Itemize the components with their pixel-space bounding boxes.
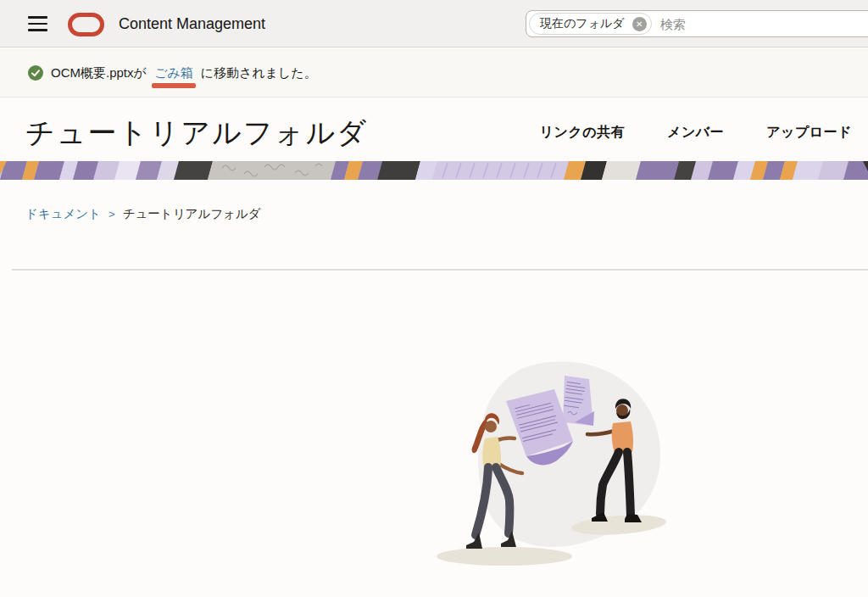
- trash-link[interactable]: ごみ箱: [154, 65, 193, 81]
- members-button[interactable]: メンバー: [667, 124, 724, 142]
- search-filter-chip[interactable]: 現在のフォルダ ✕: [529, 13, 652, 35]
- clear-filter-icon[interactable]: ✕: [632, 17, 647, 31]
- share-link-button[interactable]: リンクの共有: [540, 124, 626, 142]
- top-bar: Content Management 現在のフォルダ ✕: [0, 0, 868, 47]
- breadcrumb-separator: >: [108, 208, 115, 220]
- oracle-logo-icon[interactable]: [68, 13, 104, 36]
- breadcrumb: ドキュメント > チュートリアルフォルダ: [25, 206, 261, 222]
- search-filter-chip-label: 現在のフォルダ: [540, 16, 625, 31]
- page: { "topbar": { "app_title": "Content Mana…: [0, 0, 868, 597]
- notification-text-after: に移動されました。: [201, 65, 317, 81]
- breadcrumb-documents-link[interactable]: ドキュメント: [25, 206, 101, 222]
- folder-actions: リンクの共有 メンバー アップロード: [540, 124, 853, 142]
- folder-title: チュートリアルフォルダ: [25, 110, 368, 158]
- trash-link-label: ごみ箱: [154, 65, 193, 80]
- success-check-icon: [28, 65, 43, 81]
- notification-banner: OCM概要.pptxがごみ箱に移動されました。: [0, 48, 868, 98]
- breadcrumb-current-folder: チュートリアルフォルダ: [123, 206, 261, 222]
- hamburger-menu-icon[interactable]: [28, 16, 47, 31]
- content-divider: [12, 269, 868, 271]
- red-underline-annotation: [152, 83, 196, 88]
- empty-folder-illustration: [407, 356, 687, 594]
- search-input[interactable]: [660, 17, 868, 31]
- app-title: Content Management: [119, 0, 265, 47]
- notification-text-before: OCM概要.pptxが: [51, 65, 147, 81]
- banner-image: [0, 161, 868, 180]
- upload-button[interactable]: アップロード: [766, 124, 852, 142]
- search-box[interactable]: 現在のフォルダ ✕: [526, 10, 868, 37]
